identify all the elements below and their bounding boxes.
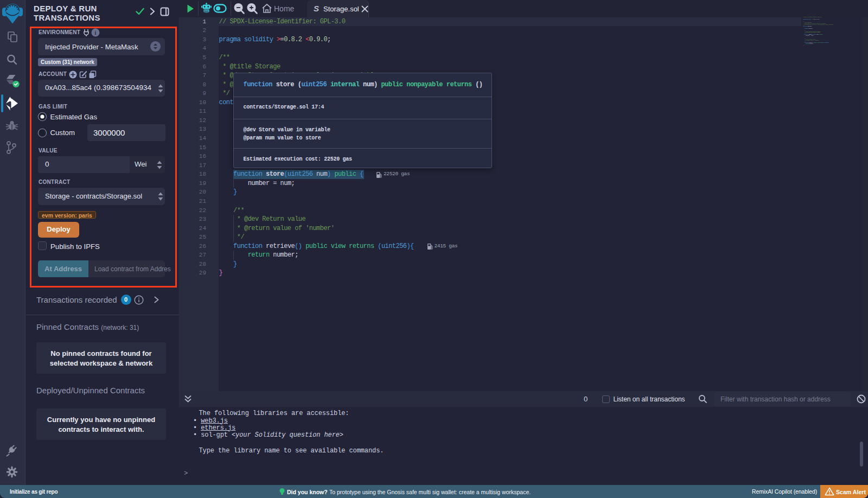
svg-text:S: S — [314, 4, 319, 13]
svg-text:i: i — [95, 30, 97, 36]
